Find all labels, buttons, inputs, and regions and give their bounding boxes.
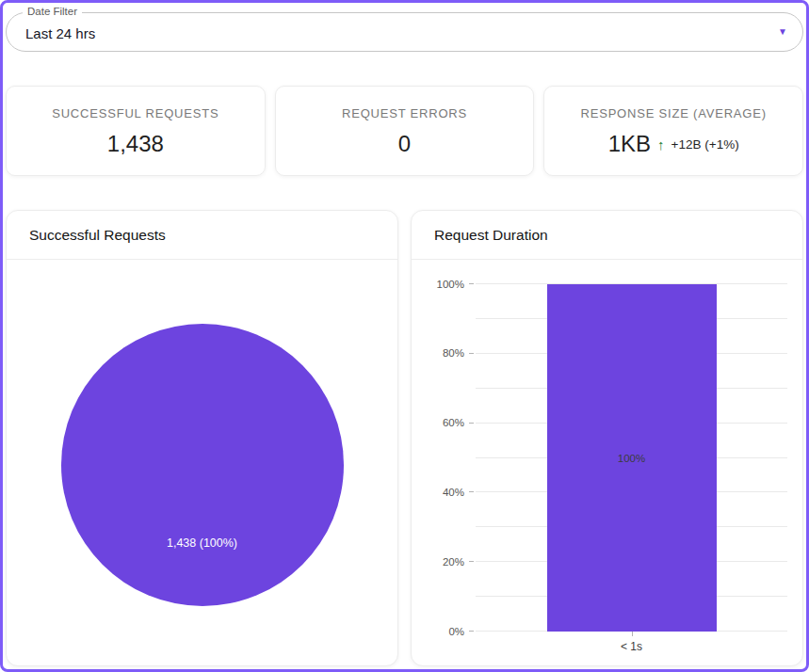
chevron-down-icon[interactable]: ▼: [778, 27, 787, 37]
stat-value: 1KB: [608, 131, 651, 157]
stats-row: SUCCESSFUL REQUESTS 1,438 REQUEST ERRORS…: [6, 86, 803, 176]
x-axis-tick: [632, 632, 633, 636]
y-axis-tick: [469, 423, 474, 424]
stat-card-request-errors: REQUEST ERRORS 0: [275, 86, 535, 176]
stat-card-successful-requests: SUCCESSFUL REQUESTS 1,438: [6, 86, 266, 176]
bar-chart-plot: 100% < 1s 0%20%40%60%80%100%: [476, 284, 787, 632]
y-axis-tick-label: 100%: [437, 279, 464, 290]
stat-label: SUCCESSFUL REQUESTS: [52, 106, 218, 120]
stat-label: RESPONSE SIZE (AVERAGE): [581, 106, 767, 120]
y-axis-tick: [469, 491, 474, 492]
y-axis-tick-label: 20%: [443, 556, 464, 568]
stat-card-response-size: RESPONSE SIZE (AVERAGE) 1KB ↑ +12B (+1%): [543, 86, 803, 176]
pie-slice[interactable]: 1,438 (100%): [61, 324, 344, 606]
y-axis-tick: [469, 283, 474, 284]
charts-row: Successful Requests 1,438 (100%) Request…: [6, 210, 803, 666]
panel-title: Successful Requests: [7, 211, 397, 260]
date-filter-select[interactable]: Date Filter Last 24 hrs ▼: [6, 12, 803, 52]
y-axis-tick-label: 60%: [443, 418, 464, 429]
x-axis-category-label: < 1s: [476, 640, 787, 653]
y-axis-tick: [469, 631, 474, 632]
stat-value: 1,438: [107, 131, 164, 157]
y-axis-tick-label: 0%: [448, 626, 464, 637]
dashboard-page: Date Filter Last 24 hrs ▼ SUCCESSFUL REQ…: [0, 0, 809, 672]
panel-successful-requests: Successful Requests 1,438 (100%): [6, 210, 398, 666]
date-filter-label: Date Filter: [23, 6, 82, 17]
y-axis-tick: [469, 353, 474, 354]
trend-up-icon: ↑: [657, 137, 665, 152]
y-axis-tick-label: 80%: [443, 348, 464, 360]
stat-value-row: 1KB ↑ +12B (+1%): [608, 131, 739, 157]
bar-chart: 100% < 1s 0%20%40%60%80%100%: [412, 260, 802, 665]
panel-request-duration: Request Duration 100% < 1s 0%20%40%60%80…: [411, 210, 803, 666]
pie-slice-label: 1,438 (100%): [61, 536, 344, 550]
pie-chart: 1,438 (100%): [7, 260, 397, 665]
y-axis-tick: [469, 561, 474, 562]
bar-value-label: 100%: [547, 453, 717, 464]
date-filter-value: Last 24 hrs: [25, 25, 95, 41]
stat-value: 0: [398, 131, 411, 157]
stat-delta: +12B (+1%): [671, 137, 739, 152]
stat-label: REQUEST ERRORS: [342, 106, 467, 120]
y-axis-tick-label: 40%: [443, 488, 464, 499]
bar[interactable]: 100%: [547, 284, 717, 632]
panel-title: Request Duration: [412, 211, 802, 260]
